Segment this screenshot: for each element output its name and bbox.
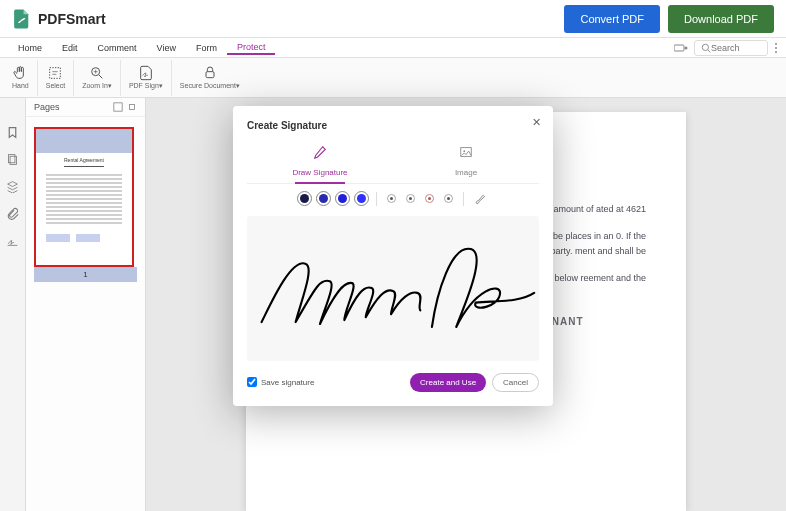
- cancel-button[interactable]: Cancel: [492, 373, 539, 392]
- tab-draw-signature[interactable]: Draw Signature: [247, 141, 393, 183]
- tab-image[interactable]: Image: [393, 141, 539, 183]
- modal-footer: Save signature Create and Use Cancel: [247, 373, 539, 392]
- modal-tabs: Draw Signature Image: [247, 141, 539, 184]
- color-swatch[interactable]: [387, 194, 396, 203]
- color-row: [247, 192, 539, 206]
- brush-icon[interactable]: [474, 193, 486, 205]
- color-swatch[interactable]: [444, 194, 453, 203]
- color-swatch[interactable]: [425, 194, 434, 203]
- modal-title: Create Signature: [247, 120, 539, 131]
- color-swatch[interactable]: [357, 194, 366, 203]
- color-swatch[interactable]: [319, 194, 328, 203]
- save-signature-checkbox[interactable]: Save signature: [247, 377, 314, 387]
- save-signature-input[interactable]: [247, 377, 257, 387]
- modal-overlay: Create Signature ✕ Draw Signature Image: [0, 0, 786, 511]
- color-swatch[interactable]: [300, 194, 309, 203]
- signature-drawing: [247, 233, 539, 343]
- signature-canvas[interactable]: [247, 216, 539, 361]
- color-swatch[interactable]: [406, 194, 415, 203]
- tab-label: Draw Signature: [292, 168, 347, 177]
- svg-point-20: [463, 150, 465, 152]
- pencil-icon: [313, 145, 327, 159]
- image-icon: [459, 145, 473, 159]
- tab-label: Image: [455, 168, 477, 177]
- color-swatch[interactable]: [338, 194, 347, 203]
- close-icon[interactable]: ✕: [532, 116, 541, 129]
- create-signature-modal: Create Signature ✕ Draw Signature Image: [233, 106, 553, 406]
- create-and-use-button[interactable]: Create and Use: [410, 373, 486, 392]
